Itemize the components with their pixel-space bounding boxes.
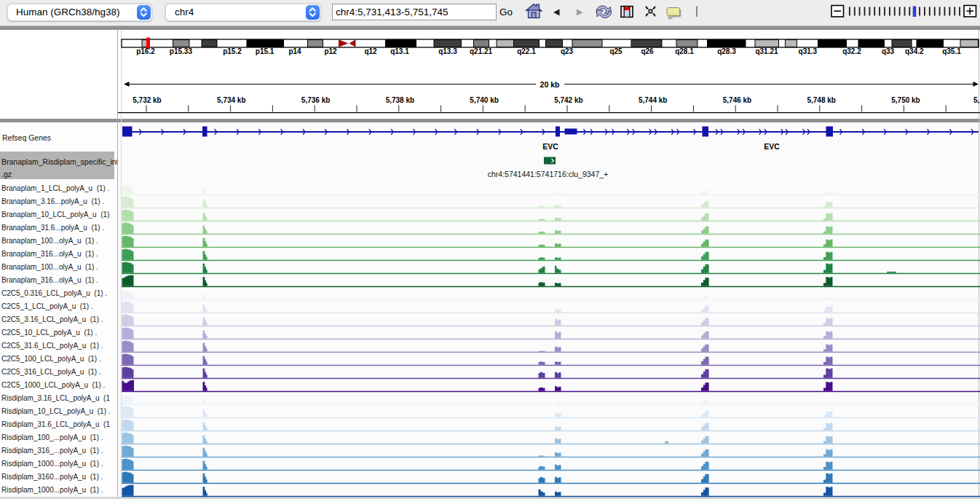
svg-text:5,750 kb: 5,750 kb <box>891 96 920 104</box>
svg-text:q31.21: q31.21 <box>755 47 778 55</box>
svg-text:5,732 kb: 5,732 kb <box>133 96 161 104</box>
svg-text:5,742 kb: 5,742 kb <box>554 96 582 104</box>
svg-text:q22.1: q22.1 <box>517 47 536 55</box>
svg-text:p15.33: p15.33 <box>170 47 193 55</box>
svg-text:5,748 kb: 5,748 kb <box>807 96 835 104</box>
svg-text:q23: q23 <box>561 47 574 55</box>
svg-text:p14: p14 <box>288 47 301 55</box>
svg-text:5,734 kb: 5,734 kb <box>217 96 245 104</box>
svg-text:q35.1: q35.1 <box>942 47 961 55</box>
svg-text:q32.2: q32.2 <box>842 47 861 55</box>
svg-text:q28.1: q28.1 <box>675 47 694 55</box>
svg-text:p15.2: p15.2 <box>223 47 242 55</box>
svg-text:q13.1: q13.1 <box>390 47 409 55</box>
svg-text:q21.21: q21.21 <box>470 47 493 55</box>
svg-text:5,740 kb: 5,740 kb <box>470 96 498 104</box>
svg-text:p15.1: p15.1 <box>256 47 274 55</box>
svg-text:q31.3: q31.3 <box>799 47 818 55</box>
svg-text:5,746 kb: 5,746 kb <box>723 96 751 104</box>
svg-text:q25: q25 <box>609 47 623 55</box>
svg-text:q26: q26 <box>641 47 654 55</box>
svg-text:q33: q33 <box>882 47 895 55</box>
svg-text:5,: 5, <box>973 96 980 104</box>
svg-text:5,738 kb: 5,738 kb <box>386 96 414 104</box>
svg-text:p12: p12 <box>324 47 337 55</box>
svg-text:q12: q12 <box>364 47 377 55</box>
svg-text:q13.3: q13.3 <box>438 47 457 55</box>
svg-text:5,744 kb: 5,744 kb <box>639 96 667 104</box>
svg-text:p16.2: p16.2 <box>136 47 155 55</box>
svg-text:5,736 kb: 5,736 kb <box>301 96 330 104</box>
svg-text:q34.2: q34.2 <box>905 47 924 55</box>
svg-text:q28.3: q28.3 <box>717 47 736 55</box>
svg-text:20 kb: 20 kb <box>540 80 560 89</box>
